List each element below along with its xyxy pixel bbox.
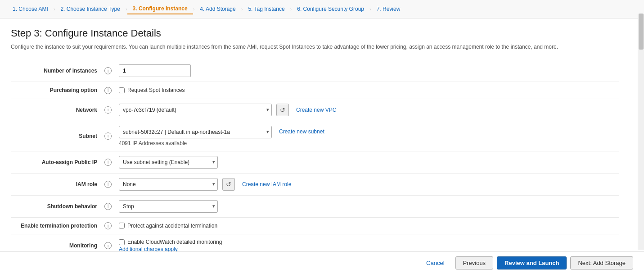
network-select-wrapper: vpc-7c3cf719 (default) ▾ (119, 104, 272, 116)
create-new-subnet-link[interactable]: Create new subnet (279, 128, 324, 135)
request-spot-instances-checkbox[interactable] (119, 87, 125, 93)
row-termination-protection: Enable termination protection i Protect … (11, 217, 619, 234)
refresh-network-button[interactable]: ↺ (276, 104, 289, 116)
purchasing-option-checkbox-text: Request Spot Instances (127, 87, 185, 93)
wizard-step-configure-security-group[interactable]: 6. Configure Security Group (292, 4, 369, 14)
info-icon-shutdown: i (104, 203, 112, 210)
create-new-vpc-link[interactable]: Create new VPC (296, 107, 336, 113)
monitoring-block: Enable CloudWatch detailed monitoring Ad… (119, 239, 616, 252)
iam-role-select-wrapper: None ▾ (119, 178, 218, 191)
termination-protection-label[interactable]: Protect against accidental termination (119, 223, 616, 229)
iam-role-select[interactable]: None (119, 178, 218, 191)
footer-bar: Cancel Previous Review and Launch Next: … (0, 251, 644, 274)
configure-instance-form: Number of instances i Purchasing option … (11, 60, 619, 274)
row-network: Network i vpc-7c3cf719 (default) ▾ ↺ Cre… (11, 99, 619, 121)
label-purchasing-option: Purchasing option (11, 82, 101, 99)
info-icon-purchasing: i (104, 87, 112, 94)
wizard-step-choose-ami[interactable]: 1. Choose AMI (7, 4, 54, 14)
wizard-step-tag-instance[interactable]: 5. Tag Instance (243, 4, 290, 14)
info-icon-iam: i (104, 181, 112, 188)
info-icon-subnet: i (104, 132, 112, 140)
number-of-instances-input[interactable] (119, 64, 191, 77)
wizard-step-choose-instance-type[interactable]: 2. Choose Instance Type (55, 4, 126, 14)
refresh-iam-role-button[interactable]: ↺ (222, 178, 235, 191)
shutdown-behavior-select[interactable]: Stop Terminate (119, 200, 218, 213)
info-icon-instances: i (104, 67, 112, 74)
label-subnet: Subnet (11, 121, 101, 151)
auto-assign-ip-select[interactable]: Use subnet setting (Enable) Enable Disab… (119, 156, 218, 169)
scrollbar-track (638, 14, 644, 250)
network-select[interactable]: vpc-7c3cf719 (default) (119, 104, 272, 116)
termination-protection-checkbox[interactable] (119, 223, 125, 228)
row-subnet: Subnet i subnet-50f32c27 | Default in ap… (11, 121, 619, 151)
termination-protection-text: Protect against accidental termination (127, 223, 217, 229)
label-auto-assign-ip: Auto-assign Public IP (11, 151, 101, 173)
row-purchasing-option: Purchasing option i Request Spot Instanc… (11, 82, 619, 99)
row-iam-role: IAM role i None ▾ ↺ Create new IAM role (11, 173, 619, 195)
scrollbar-thumb[interactable] (639, 14, 644, 50)
page-description: Configure the instance to suit your requ… (11, 43, 596, 51)
next-add-storage-button[interactable]: Next: Add Storage (570, 256, 633, 269)
info-icon-monitoring: i (104, 242, 112, 249)
info-icon-termination: i (104, 222, 112, 229)
row-auto-assign-ip: Auto-assign Public IP i Use subnet setti… (11, 151, 619, 173)
row-number-of-instances: Number of instances i (11, 60, 619, 82)
label-number-of-instances: Number of instances (11, 60, 101, 82)
row-shutdown-behavior: Shutdown behavior i Stop Terminate ▾ (11, 195, 619, 217)
info-icon-network: i (104, 106, 112, 114)
label-iam-role: IAM role (11, 173, 101, 195)
main-content: Step 3: Configure Instance Details Confi… (0, 18, 630, 274)
info-icon-auto-assign: i (104, 159, 112, 166)
page-title: Step 3: Configure Instance Details (11, 27, 619, 39)
wizard-step-configure-instance[interactable]: 3. Configure Instance (127, 4, 193, 14)
cloudwatch-monitoring-checkbox[interactable] (119, 239, 125, 245)
monitoring-checkbox-label[interactable]: Enable CloudWatch detailed monitoring (119, 239, 616, 245)
wizard-step-add-storage[interactable]: 4. Add Storage (194, 4, 241, 14)
purchasing-option-label[interactable]: Request Spot Instances (119, 87, 616, 93)
subnet-ip-text: 4091 IP Addresses available (119, 140, 272, 146)
create-new-iam-role-link[interactable]: Create new IAM role (242, 181, 291, 187)
wizard-step-review[interactable]: 7. Review (371, 4, 406, 14)
label-network: Network (11, 99, 101, 121)
subnet-select-wrapper: subnet-50f32c27 | Default in ap-northeas… (119, 126, 272, 138)
label-shutdown-behavior: Shutdown behavior (11, 195, 101, 217)
shutdown-behavior-select-wrapper: Stop Terminate ▾ (119, 200, 218, 213)
monitoring-checkbox-text: Enable CloudWatch detailed monitoring (127, 239, 222, 245)
previous-button[interactable]: Previous (455, 256, 494, 269)
subnet-select[interactable]: subnet-50f32c27 | Default in ap-northeas… (119, 126, 272, 138)
label-termination-protection: Enable termination protection (11, 217, 101, 234)
cancel-button[interactable]: Cancel (419, 257, 451, 269)
review-and-launch-button[interactable]: Review and Launch (497, 256, 567, 269)
wizard-nav: 1. Choose AMI › 2. Choose Instance Type … (0, 0, 644, 18)
auto-assign-select-wrapper: Use subnet setting (Enable) Enable Disab… (119, 156, 218, 169)
